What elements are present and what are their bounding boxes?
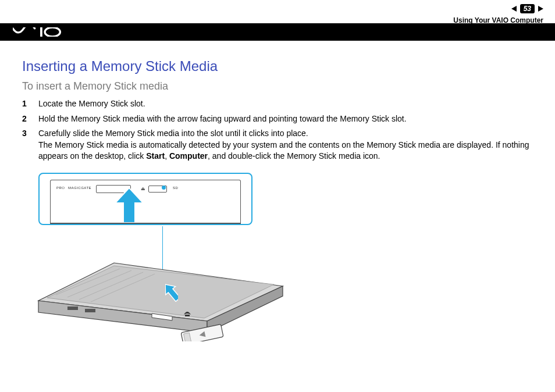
step3-bold-start: Start [146,151,165,161]
step3-bold-computer: Computer [169,151,208,161]
page-number: 53 [520,4,535,13]
header-nav: 53 Using Your VAIO Computer [453,3,543,24]
svg-point-1 [45,27,60,37]
brand-bar [0,23,555,41]
step-text: Locate the Memory Stick slot. [38,98,533,110]
step-item: 3 Carefully slide the Memory Stick media… [22,128,533,162]
page-title: Inserting a Memory Stick Media [22,58,533,74]
svg-rect-10 [67,307,78,310]
label-pro: PRO [56,186,65,190]
step-text: Carefully slide the Memory Stick media i… [38,128,533,162]
label-magicgate: MAGICGATE [68,186,91,190]
svg-rect-15 [185,315,190,316]
prev-page-icon[interactable] [511,6,517,12]
inset-panel: PRO MAGICGATE SD ⏏ [50,180,241,224]
inset-callout: PRO MAGICGATE SD ⏏ [38,173,252,225]
svg-rect-11 [85,309,95,312]
laptop-drawing [33,231,289,341]
step-number: 1 [22,98,38,110]
callout-dot-icon [162,186,166,190]
page-content: Inserting a Memory Stick Media To insert… [22,58,533,347]
step3-post: , and double-click the Memory Stick medi… [208,151,380,161]
page-nav: 53 [511,4,543,13]
next-page-icon[interactable] [538,6,543,12]
step-item: 2 Hold the Memory Stick media with the a… [22,113,533,125]
step-text: Hold the Memory Stick media with the arr… [38,113,533,125]
svg-rect-0 [40,27,42,37]
illustration: PRO MAGICGATE SD ⏏ [38,173,294,347]
page-subtitle: To insert a Memory Stick media [22,80,533,92]
steps-list: 1 Locate the Memory Stick slot. 2 Hold t… [22,98,533,162]
vaio-logo-icon [13,27,67,37]
step3-mid: , [165,151,169,161]
step-number: 2 [22,113,38,125]
insert-arrow-small-icon [165,282,178,302]
label-sd: SD [173,186,178,190]
step-number: 3 [22,128,38,162]
insert-arrow-icon [115,188,143,223]
step-item: 1 Locate the Memory Stick slot. [22,98,533,110]
